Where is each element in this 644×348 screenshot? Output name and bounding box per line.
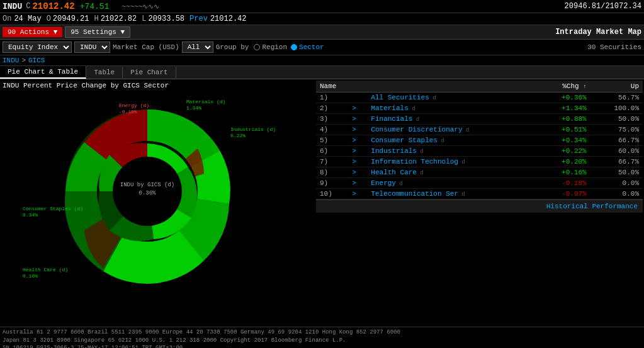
actions-label: Actions <box>20 28 49 36</box>
price-range: 20946.81/21072.34 <box>565 2 641 11</box>
row-num-cell: 8) <box>316 167 348 178</box>
row-arrow-cell: > <box>348 146 367 157</box>
row-name-cell[interactable]: Information Technolog d <box>367 157 538 167</box>
row-name-cell[interactable]: Consumer Staples d <box>367 135 538 146</box>
label-materials-val: 1.34% <box>186 105 201 111</box>
row-arrow-cell: > <box>348 178 367 189</box>
row-name-cell[interactable]: Consumer Discretionary d <box>367 125 538 135</box>
row-name-cell[interactable]: Telecommunication Ser d <box>367 189 538 199</box>
price-change: +74.51 <box>80 2 110 11</box>
center-text1: INDU by GICS (d) <box>120 182 174 188</box>
label-materials-title: Materials (d) <box>186 99 225 104</box>
table-header-row: Name %Chg ↑ Up <box>316 81 643 93</box>
second-bar: On 24 May O 20949.21 H 21022.82 L 20933.… <box>0 13 644 25</box>
settings-button[interactable]: 95 Settings ▼ <box>65 26 130 38</box>
row-d-text: d <box>458 191 465 198</box>
all-select[interactable]: All <box>182 42 213 53</box>
row-d-text: d <box>396 181 403 187</box>
table-row[interactable]: 10)>Telecommunication Ser d-0.97%0.0% <box>316 189 643 199</box>
table-row[interactable]: 3)>Financials d+0.88%50.0% <box>316 114 643 125</box>
pie-chart-svg: INDU by GICS (d) 0.36% Energy (d) -0.18%… <box>21 92 298 287</box>
row-change-cell: -0.97% <box>538 189 590 199</box>
row-num-cell: 9) <box>316 178 348 189</box>
table-row[interactable]: 5)>Consumer Staples d+0.34%66.7% <box>316 135 643 146</box>
footer: Australia 61 2 9777 8600 Brazil 5511 239… <box>0 327 644 348</box>
breadcrumb-sep: > <box>21 57 26 64</box>
row-d-text: d <box>438 138 444 144</box>
equity-index-select[interactable]: Equity Index <box>3 42 72 53</box>
c-label: C <box>26 2 30 11</box>
tab-table[interactable]: Table <box>86 67 123 78</box>
row-change-cell: +0.36% <box>538 93 590 103</box>
row-arrow-cell: > <box>348 189 367 199</box>
settings-num: 95 <box>71 28 79 36</box>
col-name-label: Name <box>320 82 336 90</box>
label-energy-val: -0.18% <box>119 109 137 115</box>
row-change-cell: +0.22% <box>538 146 590 157</box>
tab-pie-chart-table[interactable]: Pie Chart & Table <box>0 66 86 79</box>
row-arrow-cell: > <box>348 114 367 125</box>
row-name-cell[interactable]: Health Care d <box>367 167 538 178</box>
row-name-cell[interactable]: Industrials d <box>367 146 538 157</box>
row-arrow-cell: > <box>348 167 367 178</box>
label-healthcare-val: 0.16% <box>23 273 38 279</box>
radio-group-sector[interactable]: Sector <box>291 43 324 51</box>
historical-performance-bar[interactable]: Historical Performance <box>316 199 643 213</box>
row-change-cell: +1.34% <box>538 103 590 114</box>
table-row[interactable]: 1)All Securities d+0.36%56.7% <box>316 93 643 103</box>
actions-button[interactable]: 90 Actions ▼ <box>3 27 62 37</box>
sector-radio-circle <box>291 44 297 50</box>
settings-label: Settings <box>83 28 116 36</box>
row-name-cell[interactable]: All Securities d <box>367 93 538 103</box>
table-row[interactable]: 2)>Materials d+1.34%100.0% <box>316 103 643 114</box>
ticker-select[interactable]: INDU <box>74 42 110 53</box>
center-text2: 0.36% <box>138 190 156 196</box>
breadcrumb-indu[interactable]: INDU <box>3 57 19 64</box>
row-up-cell: 60.0% <box>590 146 643 157</box>
group-by-label: Group by <box>216 43 249 51</box>
row-name-text: Health Care <box>371 169 417 176</box>
row-change-cell: +0.51% <box>538 125 590 135</box>
row-d-text: d <box>412 116 419 123</box>
tab-bar: Pie Chart & Table Table Pie Chart <box>0 66 644 79</box>
row-arrow-cell: > <box>348 125 367 135</box>
breadcrumb: INDU > GICS <box>0 55 644 66</box>
toolbar: 90 Actions ▼ 95 Settings ▼ Intraday Mark… <box>0 25 644 40</box>
row-name-text: All Securities <box>371 94 429 101</box>
date: 24 May <box>14 14 41 23</box>
historical-label: Historical Performance <box>546 203 638 210</box>
page-title: Intraday Market Map <box>555 28 641 36</box>
o-label: O <box>47 14 51 23</box>
ticker-symbol: INDU <box>3 2 22 11</box>
filter-bar: Equity Index INDU Market Cap (USD) All G… <box>0 40 644 55</box>
table-row[interactable]: 8)>Health Care d+0.16%50.0% <box>316 167 643 178</box>
row-num-cell: 3) <box>316 114 348 125</box>
row-name-cell[interactable]: Energy d <box>367 178 538 189</box>
table-row[interactable]: 7)>Information Technolog d+0.20%66.7% <box>316 157 643 167</box>
col-name[interactable]: Name <box>316 81 538 93</box>
row-name-text: Telecommunication Ser <box>371 190 458 198</box>
row-d-text: d <box>458 159 465 166</box>
table-row[interactable]: 6)>Industrials d+0.22%60.0% <box>316 146 643 157</box>
row-name-cell[interactable]: Materials d <box>367 103 538 114</box>
table-row[interactable]: 4)>Consumer Discretionary d+0.51%75.0% <box>316 125 643 135</box>
row-name-text: Consumer Discretionary <box>371 126 462 133</box>
chart-area: INDU Percent Price Change by GICS Sector <box>0 79 315 327</box>
col-up-label: Up <box>631 82 639 90</box>
footer-line2: Japan 81 3 3201 8900 Singapore 65 6212 1… <box>3 337 641 345</box>
row-num-cell: 6) <box>316 146 348 157</box>
market-cap-label: Market Cap (USD) <box>113 43 179 51</box>
label-staples-title: Consumer Staples (d) <box>23 206 83 211</box>
row-name-cell[interactable]: Financials d <box>367 114 538 125</box>
chart-title: INDU Percent Price Change by GICS Sector <box>3 82 312 89</box>
data-table-area: Name %Chg ↑ Up 1)All Securities d+0.36%5… <box>315 79 644 327</box>
tab-pie-chart[interactable]: Pie Chart <box>123 67 176 78</box>
col-pct-chg[interactable]: %Chg ↑ <box>538 81 590 93</box>
breadcrumb-gics[interactable]: GICS <box>28 57 45 64</box>
radio-group-region[interactable]: Region <box>254 43 287 51</box>
h-label: H <box>94 14 98 23</box>
table-row[interactable]: 9)>Energy d-0.18%0.0% <box>316 178 643 189</box>
actions-icon: 90 <box>8 28 16 36</box>
col-up[interactable]: Up <box>590 81 643 93</box>
row-up-cell: 50.0% <box>590 167 643 178</box>
